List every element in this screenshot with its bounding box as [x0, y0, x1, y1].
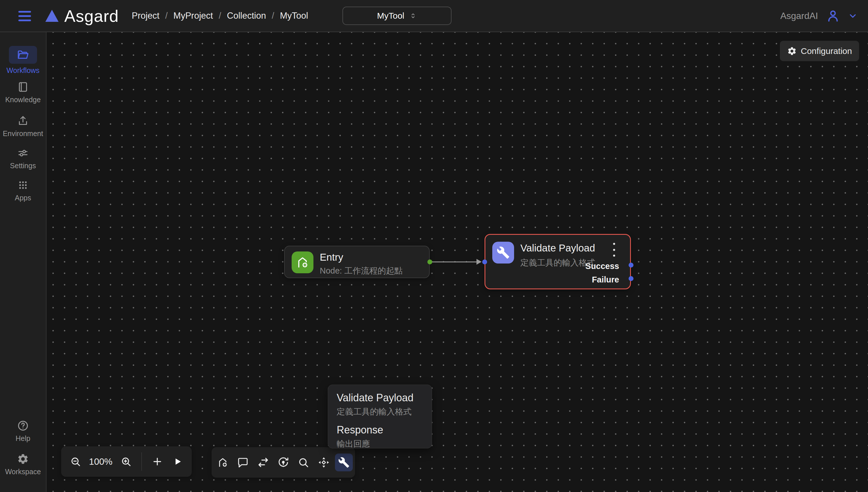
zoom-in-button[interactable] [119, 453, 133, 470]
edge-entry-to-validate[interactable] [430, 262, 481, 262]
sidebar-item-label: Knowledge [5, 96, 41, 104]
menu-item-title: Validate Payload [337, 392, 423, 404]
zoom-level-value: 100% [89, 457, 113, 467]
move-button[interactable] [315, 453, 333, 471]
sidebar-item-workspace[interactable]: Workspace [0, 453, 46, 476]
node-entry[interactable]: Entry Node: 工作流程的起點 [284, 246, 430, 278]
upload-icon [17, 115, 29, 127]
node-subtitle: 定義工具的輸入格式 [520, 257, 595, 269]
sidebar-item-environment[interactable]: Environment [0, 115, 46, 138]
swap-connection-button[interactable] [254, 453, 272, 471]
gear-icon [787, 46, 797, 56]
logo-text: Asgard [64, 6, 119, 26]
sidebar-item-knowledge[interactable]: Knowledge [0, 81, 46, 104]
configuration-label: Configuration [801, 46, 852, 56]
add-entry-node-button[interactable] [214, 453, 232, 471]
node-menu-kebab-icon[interactable] [611, 243, 617, 256]
sidebar-item-label: Environment [3, 129, 43, 138]
breadcrumb-separator: / [219, 10, 221, 21]
tool-selector-value: MyTool [377, 11, 404, 21]
breadcrumb-collection[interactable]: Collection [227, 10, 266, 21]
breadcrumb-myproject[interactable]: MyProject [173, 10, 213, 21]
select-updown-icon [409, 12, 417, 20]
edge-arrowhead-icon [476, 259, 482, 265]
tool-selector[interactable]: MyTool [342, 7, 451, 25]
node-title: Validate Payload [520, 242, 595, 254]
configuration-button[interactable]: Configuration [780, 41, 859, 61]
breadcrumb-separator: / [165, 10, 168, 21]
output-label-failure: Failure [592, 275, 619, 285]
home-plus-icon [292, 251, 314, 273]
book-icon [17, 81, 29, 93]
handle-failure-output[interactable] [628, 276, 634, 281]
zoom-out-button[interactable] [69, 453, 82, 470]
sidebar-item-label: Apps [15, 194, 31, 202]
tools-toolbar [212, 447, 355, 478]
tools-button[interactable] [335, 453, 353, 471]
workflow-canvas[interactable]: Configuration Entry Node: 工作流程的起點 Valida… [47, 32, 868, 492]
help-circle-icon [17, 420, 29, 432]
handle-success-output[interactable] [628, 263, 634, 268]
zoom-toolbar: 100% [61, 446, 192, 477]
sidebar-item-settings[interactable]: Settings [0, 147, 46, 170]
menu-item-response[interactable]: Response 輸出回應 [337, 424, 423, 450]
node-subtitle: Node: 工作流程的起點 [320, 265, 402, 277]
sidebar-item-label: Workflows [7, 66, 40, 75]
app-logo[interactable]: Asgard [45, 0, 119, 31]
comment-button[interactable] [234, 453, 252, 471]
node-title: Entry [320, 251, 343, 263]
menu-item-subtitle: 定義工具的輸入格式 [337, 406, 423, 418]
toolbar-divider [142, 452, 142, 471]
sidebar-item-help[interactable]: Help [0, 420, 46, 443]
menu-item-title: Response [337, 424, 423, 436]
account-label: AsgardAI [780, 10, 818, 21]
node-validate-payload[interactable]: Validate Payload 定義工具的輸入格式 Success Failu… [485, 234, 631, 289]
menu-item-validate-payload[interactable]: Validate Payload 定義工具的輸入格式 [337, 392, 423, 418]
search-button[interactable] [295, 453, 312, 471]
sidebar-item-workflows[interactable]: Workflows [0, 46, 46, 75]
handle-validate-input[interactable] [482, 260, 487, 264]
breadcrumb-separator: / [272, 10, 274, 21]
header-right-group: AsgardAI [780, 0, 858, 31]
logo-triangle-icon [45, 10, 58, 22]
node-picker-menu: Validate Payload 定義工具的輸入格式 Response 輸出回應 [328, 385, 432, 448]
breadcrumb-mytool[interactable]: MyTool [280, 10, 308, 21]
account-chevron-down-icon[interactable] [848, 11, 858, 21]
hamburger-menu-icon[interactable] [18, 11, 31, 21]
wrench-icon [492, 242, 514, 264]
breadcrumb-project[interactable]: Project [132, 10, 159, 21]
sidebar-item-label: Workspace [5, 468, 41, 476]
auto-run-button[interactable] [274, 453, 292, 471]
gear-icon [17, 453, 29, 465]
handle-entry-output[interactable] [427, 260, 432, 264]
output-label-success: Success [585, 262, 619, 271]
sidebar: Workflows Knowledge Environment Settings [0, 32, 47, 492]
breadcrumb: Project / MyProject / Collection / MyToo… [132, 0, 308, 31]
sliders-icon [17, 147, 29, 159]
add-button[interactable] [150, 453, 164, 470]
folder-open-icon [9, 46, 37, 64]
apps-grid-icon [17, 179, 29, 191]
menu-item-subtitle: 輸出回應 [337, 438, 423, 450]
sidebar-item-apps[interactable]: Apps [0, 179, 46, 202]
sidebar-item-label: Settings [10, 162, 36, 170]
user-avatar-icon[interactable] [826, 9, 840, 23]
sidebar-item-label: Help [16, 434, 30, 443]
app-header: Asgard Project / MyProject / Collection … [0, 0, 868, 32]
run-button[interactable] [171, 453, 184, 470]
